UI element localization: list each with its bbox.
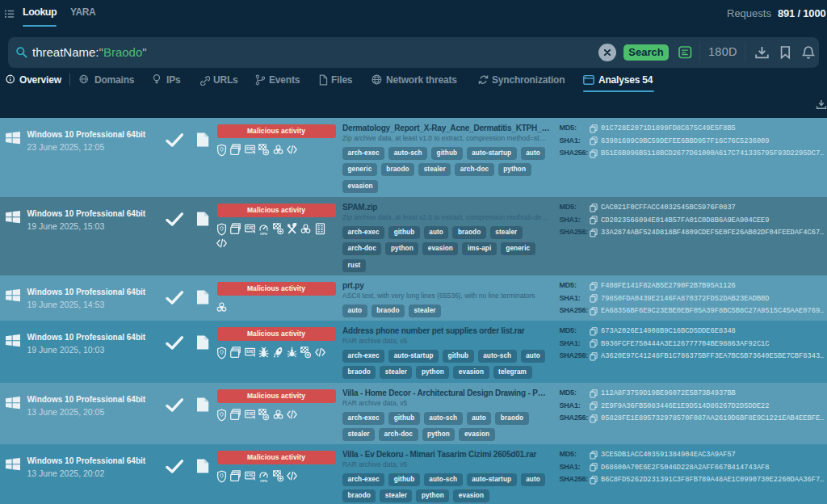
svg-text:EXE: EXE — [246, 147, 254, 151]
svg-text:EXE: EXE — [246, 412, 254, 416]
svg-text:CPU: CPU — [260, 232, 267, 236]
svg-text:EXE: EXE — [246, 226, 254, 230]
svg-text:EXE: EXE — [246, 473, 254, 477]
svg-text:EXE: EXE — [246, 350, 254, 354]
svg-text:CPU: CPU — [260, 479, 267, 483]
